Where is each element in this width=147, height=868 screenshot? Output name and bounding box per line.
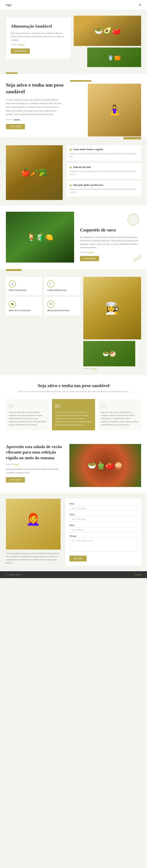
form-input-message[interactable] [69, 538, 137, 552]
active-section: Seja ativo e tenha um peso saudável Ut e… [0, 74, 147, 137]
form-input-phone[interactable] [69, 527, 137, 532]
tip-card-3: Seja pode ajuda a perder peso Sample tex… [67, 181, 141, 196]
footer-copyright: © Company Name [6, 574, 21, 576]
feature-card-3: 🥦 FRUTAS E VEGETAIS [6, 297, 42, 315]
salad-body: Lorem ipsum dolor sit amet consectetur a… [6, 467, 65, 474]
tips-section: Coma muitas frutas e vegetais Sample tex… [0, 140, 147, 206]
tip-title-1: Coma muitas frutas e vegetais [70, 148, 138, 151]
form-label-phone: Phone [69, 524, 137, 526]
footer-link[interactable]: Freepik [135, 574, 141, 576]
feature-icon-4: 🥗 [47, 301, 54, 308]
salad-image-container [69, 444, 141, 487]
tip-body-3: Sample text. Click to select this text b… [70, 188, 138, 193]
accent-bar [70, 80, 91, 82]
hero-cta-button[interactable]: SAIBA MAIS [11, 49, 30, 54]
hero-food-image-1 [74, 16, 141, 46]
form-label-message: Message [69, 535, 137, 537]
tip-card-2: Nada de fast food Sample text. Click to … [67, 163, 141, 179]
contact-person-image [6, 499, 60, 550]
numbered-cards-container: 01 Duis aute mais dolor in reprehenderit… [6, 399, 141, 430]
feature-card-2: 🧂 COMA MENOS SAL [44, 277, 80, 295]
salad-image [69, 444, 141, 487]
features-img-credit: Imagem de Freepik [83, 367, 141, 369]
feature-label-3: FRUTAS E VEGETAIS [9, 309, 31, 312]
numbered-label-3: 03 [101, 403, 138, 409]
circle-decoration [127, 214, 139, 225]
numbered-card-2: 02 Trem aute mais dolor in reprehenderit… [52, 399, 95, 430]
form-field-name: Nome [69, 503, 137, 511]
feature-card-1: ⚖️ PESO SAUDÁVEL [6, 277, 42, 295]
hero-section: Alimentação Saudável Duis aute irure dol… [0, 10, 147, 72]
form-input-email[interactable] [69, 516, 137, 522]
form-send-button[interactable]: ENVIAR [69, 556, 87, 561]
feature-icon-2: 🧂 [47, 280, 54, 287]
salad-cta-button[interactable]: SAIBA MAIS [6, 477, 25, 483]
hero-food-image-2 [87, 48, 141, 67]
active-section-text: Seja ativo e tenha um peso saudável Ut e… [6, 82, 64, 129]
hero-images [71, 16, 141, 67]
active-body: Ut enim ad minim veniam, quis nostrud ex… [6, 98, 64, 116]
form-field-message: Message [69, 535, 137, 552]
features-grid: ⚖️ PESO SAUDÁVEL 🧂 COMA MENOS SAL 🥦 FRUT… [6, 277, 80, 315]
feature-label-4: DIETA BALANCEADA [47, 309, 70, 312]
feature-icon-1: ⚖️ [9, 280, 16, 287]
feature-icon-3: 🥦 [9, 301, 16, 308]
tip-dot-3 [70, 185, 71, 186]
navbar: logo ≡ [0, 0, 147, 10]
hero-title: Alimentação Saudável [11, 24, 66, 29]
features-food-image [83, 341, 136, 366]
form-label-name: Nome [69, 503, 137, 505]
active-title: Seja ativo e tenha um peso saudável [6, 82, 64, 95]
features-person-image [83, 277, 141, 339]
tip-title-3: Seja pode ajuda a perder peso [70, 184, 138, 186]
cocktail-image [6, 212, 74, 262]
salad-text: Aproveite esta salada de verão vibrante … [6, 444, 65, 483]
tip-card-1: Coma muitas frutas e vegetais Sample tex… [67, 145, 141, 161]
stripe-decoration [133, 259, 143, 267]
contact-body: Ut enim ad minim veniam, quis nostrud ex… [6, 552, 60, 564]
form-field-email: Email [69, 514, 137, 522]
form-input-name[interactable] [69, 505, 137, 511]
features-person-area: Imagem de Freepik [80, 277, 141, 369]
hamburger-icon[interactable]: ≡ [139, 2, 141, 7]
tip-body-2: Sample text. Click to select this text b… [70, 170, 138, 176]
active-cta-button[interactable]: SAIBA MAIS [6, 124, 25, 129]
section-divider-1 [6, 72, 18, 74]
tip-dot-1 [70, 149, 71, 151]
numbered-card-1: 01 Duis aute mais dolor in reprehenderit… [6, 399, 49, 430]
footer: © Company Name Freepik [0, 571, 147, 578]
contact-person-area: Ut enim ad minim veniam, quis nostrud ex… [6, 499, 60, 564]
numbered-card-3: 03 Duis aute mais dolor in reprehenderit… [98, 399, 141, 430]
active-person-image [88, 84, 141, 136]
features-section: ⚖️ PESO SAUDÁVEL 🧂 COMA MENOS SAL 🥦 FRUT… [0, 271, 147, 375]
tip-body-1: Sample text. Click to edit this text box… [70, 152, 138, 158]
active-img-credit: Imagem de Freepik [6, 118, 64, 121]
tips-list: Coma muitas frutas e vegetais Sample tex… [67, 145, 141, 196]
feature-label-1: PESO SAUDÁVEL [9, 289, 27, 291]
accent-bar-3 [6, 269, 22, 271]
tip-title-2: Nada de fast food [70, 166, 138, 169]
numbered-label-1: 01 [9, 403, 46, 409]
cocktail-text: Coquetéis de suco Elit aliquam arcu et a… [78, 212, 141, 263]
form-field-phone: Phone [69, 524, 137, 532]
features-grid-container: ⚖️ PESO SAUDÁVEL 🧂 COMA MENOS SAL 🥦 FRUT… [6, 277, 80, 369]
cocktail-body: Elit aliquam arcu et amet luctus venenat… [80, 236, 139, 249]
numbered-section: Seja ativo e tenha um peso saudável Duis… [0, 375, 147, 438]
cocktail-section: Coquetéis de suco Elit aliquam arcu et a… [0, 206, 147, 269]
numbered-body-2: Trem aute mais dolor in reprehenderit in… [55, 411, 92, 426]
cocktail-title: Coquetéis de suco [80, 227, 139, 233]
numbered-title: Seja ativo e tenha um peso saudável [6, 383, 141, 388]
hero-card: Alimentação Saudável Duis aute irure dol… [6, 18, 71, 59]
cocktail-img-credit: Imagem de Freepik [80, 251, 139, 253]
form-label-email: Email [69, 514, 137, 516]
numbered-subtitle: Duis aute irure dolor in reprehenderit i… [6, 390, 141, 393]
accent-block-2 [123, 137, 141, 140]
salad-section: Aproveite esta salada de verão vibrante … [0, 438, 147, 493]
cocktail-cta-button[interactable]: SAIBA MAIS [80, 256, 99, 261]
hero-img-credit: Imagem de Freepik [11, 43, 66, 46]
feature-label-2: COMA MENOS SAL [47, 289, 67, 291]
numbered-body-3: Duis aute mais dolor in reprehenderit in… [101, 411, 138, 426]
tip-dot-2 [70, 167, 71, 168]
contact-section: Ut enim ad minim veniam, quis nostrud ex… [0, 493, 147, 571]
tips-image [6, 145, 63, 200]
